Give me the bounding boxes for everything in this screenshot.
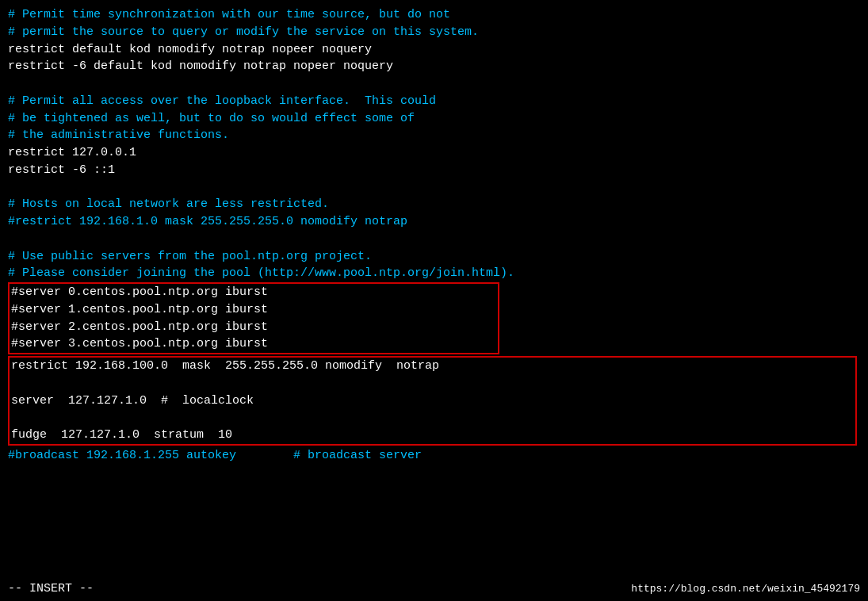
insert-mode: -- INSERT -- xyxy=(8,580,94,598)
line-8: # the administrative functions. xyxy=(8,127,860,144)
line-3: restrict default kod nomodify notrap nop… xyxy=(8,41,860,59)
line-5 xyxy=(8,75,860,93)
line-12: # Hosts on local network are less restri… xyxy=(8,196,860,213)
line-10: restrict -6 ::1 xyxy=(8,162,860,179)
red-box2-line-1: restrict 192.168.100.0 mask 255.255.255.… xyxy=(10,358,855,375)
line-15: # Use public servers from the pool.ntp.o… xyxy=(8,248,860,266)
line-6: # Permit all access over the loopback in… xyxy=(8,93,860,110)
url-text: https://blog.csdn.net/weixin_45492179 xyxy=(631,582,860,597)
line-2: # permit the source to query or modify t… xyxy=(8,24,860,41)
line-7: # be tightened as well, but to do so wou… xyxy=(8,110,860,128)
line-13: #restrict 192.168.1.0 mask 255.255.255.0… xyxy=(8,213,860,231)
red-box-line-2: #server 1.centos.pool.ntp.org iburst xyxy=(10,301,498,319)
red-box-2: restrict 192.168.100.0 mask 255.255.255.… xyxy=(8,356,857,446)
line-14 xyxy=(8,231,860,248)
line-4: restrict -6 default kod nomodify notrap … xyxy=(8,58,860,75)
line-11 xyxy=(8,179,860,197)
line-16: # Please consider joining the pool (http… xyxy=(8,265,860,282)
red-box2-line-5: fudge 127.127.1.0 stratum 10 xyxy=(10,427,855,444)
red-box-1: #server 0.centos.pool.ntp.org iburst #se… xyxy=(8,282,499,354)
line-1: # Permit time synchronization with our t… xyxy=(8,6,860,24)
red-box-line-4: #server 3.centos.pool.ntp.org iburst xyxy=(10,335,498,353)
red-box2-line-3: server 127.127.1.0 # localclock xyxy=(10,392,855,410)
red-box2-line-4 xyxy=(10,409,855,427)
red-box-line-3: #server 2.centos.pool.ntp.org iburst xyxy=(10,319,498,336)
red-box2-line-2 xyxy=(10,375,855,392)
line-9: restrict 127.0.0.1 xyxy=(8,144,860,162)
status-bar: -- INSERT -- https://blog.csdn.net/weixi… xyxy=(8,580,860,598)
bottom-line-1: #broadcast 192.168.1.255 autokey # broad… xyxy=(8,447,860,465)
terminal: # Permit time synchronization with our t… xyxy=(0,0,868,601)
red-box-line-1: #server 0.centos.pool.ntp.org iburst xyxy=(10,284,498,301)
